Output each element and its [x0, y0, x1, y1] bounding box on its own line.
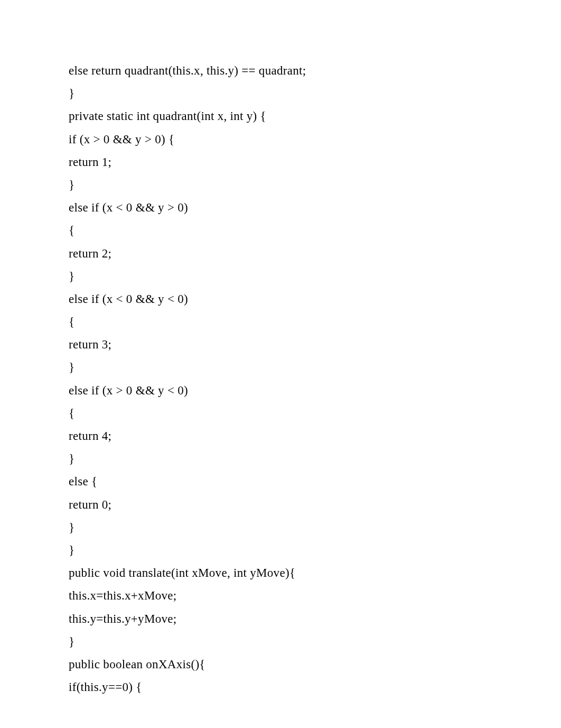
code-line: }: [69, 516, 508, 539]
code-line: {: [69, 402, 508, 425]
code-line: {: [69, 310, 508, 333]
code-line: return 2;: [69, 242, 508, 265]
code-line: if (x > 0 && y > 0) {: [69, 128, 508, 151]
code-line: }: [69, 265, 508, 288]
code-line: else if (x > 0 && y < 0): [69, 379, 508, 402]
document-page: else return quadrant(this.x, this.y) == …: [0, 0, 561, 728]
code-line: }: [69, 630, 508, 653]
code-line: }: [69, 447, 508, 470]
code-line: else return quadrant(this.x, this.y) == …: [69, 59, 508, 82]
code-line: }: [69, 356, 508, 379]
code-line: private static int quadrant(int x, int y…: [69, 105, 508, 127]
code-line: return 4;: [69, 425, 508, 447]
code-line: this.x=this.x+xMove;: [69, 584, 508, 607]
code-line: {: [69, 219, 508, 242]
code-line: if(this.y==0) {: [69, 676, 508, 698]
code-line: return 3;: [69, 333, 508, 356]
code-line: return 1;: [69, 151, 508, 173]
code-line: else if (x < 0 && y < 0): [69, 288, 508, 310]
code-line: }: [69, 173, 508, 196]
code-line: else if (x < 0 && y > 0): [69, 196, 508, 219]
code-line: }: [69, 82, 508, 105]
code-line: return 0;: [69, 493, 508, 516]
code-line: this.y=this.y+yMove;: [69, 607, 508, 630]
code-line: public void translate(int xMove, int yMo…: [69, 561, 508, 584]
code-line: else {: [69, 470, 508, 493]
code-line: }: [69, 539, 508, 561]
code-line: public boolean onXAxis(){: [69, 653, 508, 676]
